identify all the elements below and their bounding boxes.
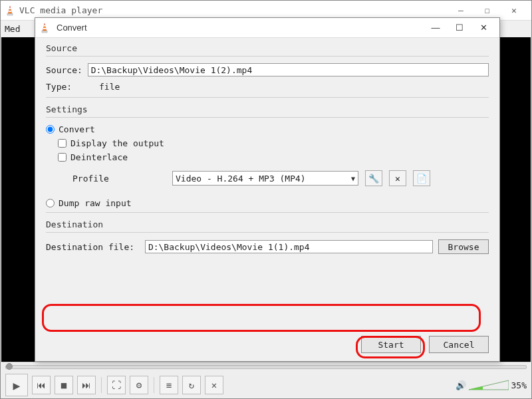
prev-button[interactable]: ⏮ bbox=[32, 376, 51, 394]
dialog-maximize-button[interactable]: ☐ bbox=[448, 18, 471, 38]
group-source-label: Source bbox=[46, 43, 489, 53]
destination-file-label: Destination file: bbox=[46, 242, 140, 252]
source-input[interactable] bbox=[88, 63, 489, 76]
shuffle-button[interactable]: ✕ bbox=[205, 376, 223, 394]
seek-bar[interactable] bbox=[5, 365, 527, 369]
main-window-title: VLC media player bbox=[19, 5, 448, 15]
svg-rect-1 bbox=[7, 13, 13, 15]
profile-selected-value: Video - H.264 + MP3 (MP4) bbox=[176, 174, 306, 184]
chevron-down-icon: ▼ bbox=[351, 175, 355, 182]
playlist-button[interactable]: ≡ bbox=[160, 376, 178, 394]
type-field-label: Type: bbox=[46, 82, 86, 92]
vlc-logo-icon bbox=[5, 5, 15, 16]
type-value: file bbox=[99, 82, 120, 92]
dialog-minimize-button[interactable]: — bbox=[424, 18, 448, 38]
vlc-logo-icon bbox=[39, 23, 50, 33]
destination-file-input[interactable] bbox=[145, 240, 433, 253]
play-button[interactable]: ▶ bbox=[5, 374, 28, 396]
svg-marker-6 bbox=[43, 23, 47, 31]
next-button[interactable]: ⏭ bbox=[77, 376, 96, 394]
convert-radio-label: Convert bbox=[59, 124, 95, 134]
divider bbox=[46, 56, 489, 57]
volume-slider[interactable] bbox=[469, 379, 509, 391]
profile-delete-button[interactable]: ✕ bbox=[389, 170, 406, 186]
dump-raw-label: Dump raw input bbox=[59, 198, 132, 208]
delete-icon: ✕ bbox=[395, 174, 400, 184]
group-destination-label: Destination bbox=[46, 219, 489, 229]
convert-radio[interactable] bbox=[46, 125, 55, 134]
dialog-titlebar[interactable]: Convert — ☐ ✕ bbox=[35, 18, 499, 38]
loop-button[interactable]: ↻ bbox=[182, 376, 201, 394]
new-profile-icon: 📄 bbox=[416, 174, 427, 184]
start-button[interactable]: Start bbox=[361, 336, 421, 353]
profile-edit-button[interactable]: 🔧 bbox=[365, 170, 382, 186]
source-field-label: Source: bbox=[46, 65, 88, 75]
svg-rect-7 bbox=[42, 31, 47, 33]
dump-raw-radio[interactable] bbox=[46, 199, 55, 207]
profile-new-button[interactable]: 📄 bbox=[413, 170, 430, 186]
divider bbox=[46, 117, 489, 118]
volume-percent: 35% bbox=[511, 380, 527, 390]
cancel-button[interactable]: Cancel bbox=[429, 336, 489, 353]
divider bbox=[46, 232, 489, 233]
display-output-label: Display the output bbox=[70, 138, 164, 148]
menu-item-media[interactable]: Med bbox=[5, 24, 20, 34]
svg-rect-9 bbox=[43, 28, 47, 29]
ext-settings-button[interactable]: ⚙ bbox=[130, 376, 148, 394]
deinterlace-checkbox[interactable] bbox=[58, 153, 66, 162]
divider bbox=[46, 212, 489, 213]
svg-rect-2 bbox=[9, 8, 11, 9]
deinterlace-label: Deinterlace bbox=[70, 152, 128, 162]
dialog-close-button[interactable]: ✕ bbox=[471, 18, 495, 38]
svg-rect-3 bbox=[9, 11, 12, 12]
group-settings-label: Settings bbox=[46, 104, 489, 114]
playback-controls: ▶ ⏮ ■ ⏭ ⛶ ⚙ ≡ ↻ ✕ 🔊 35% bbox=[1, 362, 531, 398]
profile-select[interactable]: Video - H.264 + MP3 (MP4) ▼ bbox=[172, 171, 358, 186]
wrench-icon: 🔧 bbox=[368, 174, 379, 184]
display-output-checkbox[interactable] bbox=[58, 139, 66, 148]
browse-button[interactable]: Browse bbox=[438, 239, 489, 254]
svg-marker-0 bbox=[8, 6, 12, 14]
main-close-button[interactable]: ✕ bbox=[501, 1, 527, 20]
svg-rect-8 bbox=[43, 25, 45, 27]
dialog-title: Convert bbox=[57, 23, 424, 33]
fullscreen-button[interactable]: ⛶ bbox=[107, 376, 126, 394]
stop-button[interactable]: ■ bbox=[55, 376, 73, 394]
speaker-icon[interactable]: 🔊 bbox=[456, 380, 466, 390]
profile-label: Profile bbox=[72, 174, 166, 184]
divider bbox=[46, 97, 489, 98]
convert-dialog: Convert — ☐ ✕ Source Source: Type: file … bbox=[35, 17, 500, 362]
